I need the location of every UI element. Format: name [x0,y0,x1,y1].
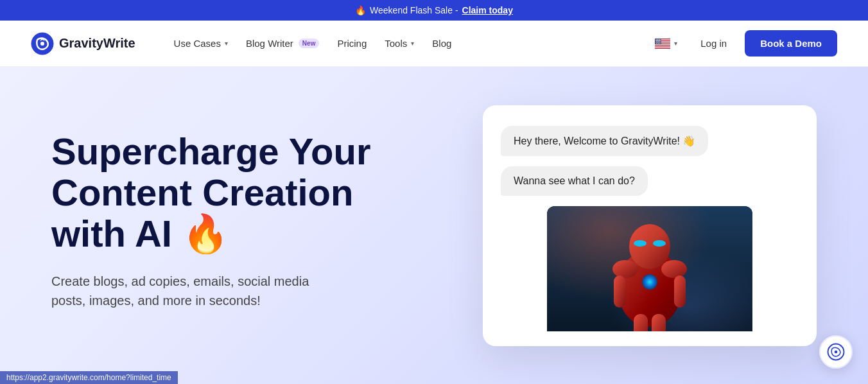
lang-chevron-icon: ▾ [674,40,677,47]
svg-point-32 [655,42,656,42]
svg-point-45 [634,240,647,247]
use-cases-label: Use Cases [174,38,221,49]
svg-rect-51 [674,275,686,308]
svg-point-19 [659,39,660,40]
claim-today-link[interactable]: Claim today [462,5,513,15]
chat-image [547,206,752,331]
fire-icon: 🔥 [355,5,366,15]
blog-label: Blog [432,38,451,49]
chat-widget: Hey there, Welcome to GravityWrite! 👋 Wa… [483,105,817,346]
svg-point-22 [657,40,657,41]
svg-point-30 [659,41,660,42]
svg-point-46 [653,240,666,247]
blog-writer-label: Blog Writer [246,38,293,49]
svg-rect-50 [614,275,625,308]
svg-point-18 [658,39,659,40]
hero-title-line3: with AI 🔥 [51,213,229,254]
blog-writer-badge: New [299,39,320,48]
svg-point-13 [659,39,659,39]
navbar: GravityWrite Use Cases ▾ Blog Writer New… [0,21,868,67]
svg-point-47 [642,274,657,290]
svg-point-48 [612,260,638,278]
nav-tools[interactable]: Tools ▾ [377,33,422,54]
svg-point-31 [660,41,661,42]
login-button[interactable]: Log in [690,33,737,54]
svg-point-26 [661,40,661,41]
svg-point-20 [660,39,661,40]
logo[interactable]: GravityWrite [31,32,135,55]
svg-rect-53 [652,314,666,332]
banner-text: Weekend Flash Sale - [370,5,458,15]
use-cases-chevron-icon: ▾ [225,40,228,47]
svg-point-35 [659,42,659,42]
hero-title: Supercharge Your Content Creation with A… [51,131,434,254]
svg-point-37 [661,42,661,42]
svg-point-16 [656,39,657,40]
ironman-figure [598,206,701,331]
svg-point-25 [659,40,660,41]
hero-left: Supercharge Your Content Creation with A… [51,105,434,310]
svg-point-41 [659,42,660,43]
hero-subtitle: Create blogs, ad copies, emails, social … [51,272,347,310]
svg-point-10 [655,39,656,39]
svg-point-28 [657,41,658,42]
hero-section: Supercharge Your Content Creation with A… [0,67,868,384]
chat-fab-button[interactable] [819,335,853,369]
svg-rect-7 [655,46,670,46]
hero-title-line2: Content Creation [51,171,353,213]
svg-point-34 [657,42,658,42]
svg-point-36 [659,42,660,42]
svg-rect-8 [655,47,670,48]
hero-title-line1: Supercharge Your [51,130,370,172]
svg-point-39 [657,42,658,43]
svg-point-33 [657,42,657,42]
pricing-label: Pricing [337,38,367,49]
svg-rect-6 [655,44,670,44]
svg-point-40 [658,42,659,43]
svg-point-12 [657,39,658,39]
svg-point-23 [657,40,658,41]
top-banner: 🔥 Weekend Flash Sale - Claim today [0,0,868,21]
status-bar: https://app2.gravitywrite.com/home?limit… [0,371,178,384]
book-demo-button[interactable]: Book a Demo [745,30,837,57]
language-selector[interactable]: ▾ [650,36,682,51]
chat-bubble-1: Hey there, Welcome to GravityWrite! 👋 [501,126,708,156]
nav-pricing[interactable]: Pricing [329,33,374,54]
svg-point-17 [657,39,658,40]
us-flag-icon [655,39,670,49]
svg-point-55 [835,351,838,354]
nav-use-cases[interactable]: Use Cases ▾ [166,33,236,54]
nav-blog-writer[interactable]: Blog Writer New [238,33,327,54]
tools-label: Tools [385,38,407,49]
svg-point-44 [629,224,670,269]
svg-point-49 [661,260,687,278]
svg-point-27 [656,41,657,42]
svg-rect-52 [634,314,648,332]
status-url: https://app2.gravitywrite.com/home?limit… [6,373,171,382]
svg-point-38 [656,42,657,43]
svg-point-11 [657,39,657,39]
nav-right: ▾ Log in Book a Demo [650,30,837,57]
svg-point-24 [659,40,659,41]
nav-links: Use Cases ▾ Blog Writer New Pricing Tool… [166,33,650,54]
svg-point-14 [659,39,660,39]
nav-blog[interactable]: Blog [424,33,459,54]
logo-text: GravityWrite [59,36,135,51]
ironman-background [547,206,752,331]
chat-bubble-2: Wanna see what I can do? [501,166,648,196]
svg-point-1 [40,42,44,46]
chat-fab-icon [827,343,845,361]
tools-chevron-icon: ▾ [411,40,414,47]
svg-point-21 [655,40,656,41]
logo-icon [31,32,54,55]
svg-point-15 [661,39,661,39]
hero-right: Hey there, Welcome to GravityWrite! 👋 Wa… [434,105,817,346]
svg-point-42 [660,42,661,43]
svg-point-29 [658,41,659,42]
